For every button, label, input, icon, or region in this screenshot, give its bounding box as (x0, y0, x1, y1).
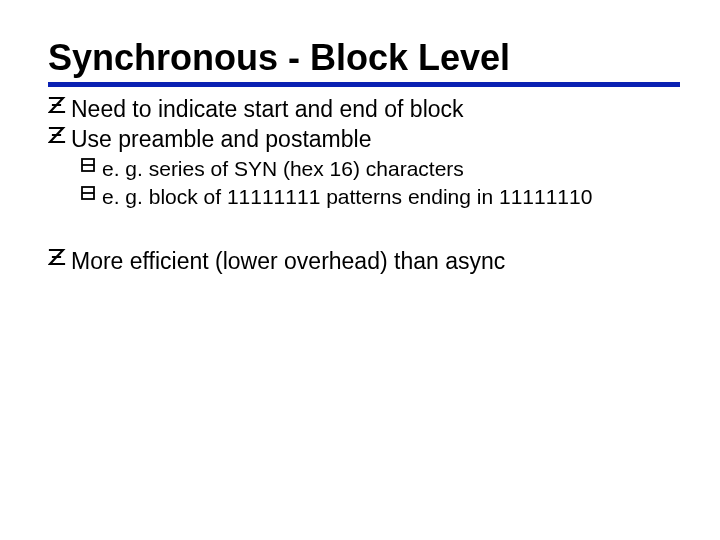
bullet-text: Need to indicate start and end of block (71, 95, 680, 124)
title-rule (48, 82, 680, 87)
bullet-level1: More efficient (lower overhead) than asy… (48, 247, 680, 276)
slide: Synchronous - Block Level Need to indica… (0, 0, 720, 315)
z-bullet-icon (48, 95, 71, 115)
bullet-level1: Need to indicate start and end of block (48, 95, 680, 124)
bullet-text: e. g. block of 11111111 patterns ending … (102, 184, 680, 210)
bullet-text: e. g. series of SYN (hex 16) characters (102, 156, 680, 182)
slide-body: Need to indicate start and end of block … (48, 95, 680, 276)
z-bullet-icon (48, 247, 71, 267)
bullet-text: Use preamble and postamble (71, 125, 680, 154)
bullet-level2: e. g. series of SYN (hex 16) characters (80, 156, 680, 182)
bullet-level2: e. g. block of 11111111 patterns ending … (80, 184, 680, 210)
spacer (48, 211, 680, 245)
slide-title: Synchronous - Block Level (48, 38, 680, 78)
box-bullet-icon (80, 184, 102, 202)
box-bullet-icon (80, 156, 102, 174)
bullet-text: More efficient (lower overhead) than asy… (71, 247, 680, 276)
z-bullet-icon (48, 125, 71, 145)
bullet-level1: Use preamble and postamble (48, 125, 680, 154)
